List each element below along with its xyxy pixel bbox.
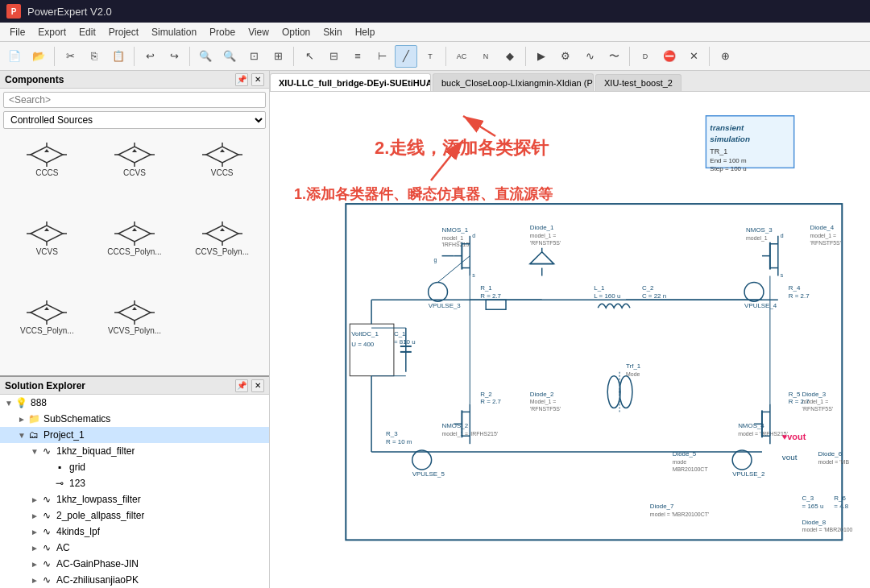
- settings-toolbar-button[interactable]: ⚙: [554, 45, 577, 68]
- svg-text:R = 2.7: R = 2.7: [789, 398, 810, 405]
- menu-item-project[interactable]: Project: [102, 25, 145, 39]
- component-item-ccvs_polyn[interactable]: CCVS_Polyn...: [180, 216, 264, 292]
- run-toolbar-button[interactable]: ▶: [530, 45, 553, 68]
- component-item-cccs[interactable]: CCCS: [5, 137, 89, 213]
- tree-item-project1[interactable]: ▼🗂Project_1: [0, 427, 269, 443]
- tab-tab1[interactable]: XIU-LLC_full_bridge-DEyi-SUEtiHUAN (Proj…: [270, 73, 431, 91]
- waves-toolbar-button[interactable]: ∿: [578, 45, 601, 68]
- tree-item-1khz_biquad[interactable]: ▼∿1khz_biquad_filter: [0, 443, 269, 459]
- tree-item-subschematics[interactable]: ►📁SubSchematics: [0, 411, 269, 427]
- components-title: Components: [5, 74, 64, 85]
- tree-expand-icon[interactable]: ►: [16, 415, 27, 424]
- menu-item-edit[interactable]: Edit: [72, 25, 102, 39]
- tab-tab3[interactable]: XIU-test_boost_2: [595, 74, 682, 91]
- tree-item-icon-root: 💡: [14, 396, 27, 409]
- wire-toolbar-button[interactable]: ⊟: [322, 45, 345, 68]
- menu-item-help[interactable]: Help: [349, 25, 382, 39]
- cut-toolbar-button[interactable]: ✂: [59, 45, 81, 68]
- zoom-out-toolbar-button[interactable]: 🔍: [218, 45, 241, 68]
- layers-toolbar-button[interactable]: ⊕: [714, 45, 736, 68]
- svg-text:model = 'MBR20100CT': model = 'MBR20100CT': [650, 511, 709, 517]
- tree-item-AC_zhiliusanjiaoK[interactable]: ►∿AC-zhiliusanjiaoPK: [0, 572, 269, 588]
- tree-expand-icon[interactable]: ▼: [16, 431, 27, 440]
- tree-expand-icon[interactable]: ►: [29, 560, 40, 569]
- tree-item-label-1khz_biquad: 1khz_biquad_filter: [56, 445, 135, 457]
- draw-toolbar-button[interactable]: ╱: [395, 45, 417, 68]
- tree-expand-icon[interactable]: ▼: [29, 447, 40, 456]
- tree-expand-icon[interactable]: ►: [29, 544, 40, 553]
- se-pin-button[interactable]: 📌: [235, 379, 248, 392]
- se-close-button[interactable]: ✕: [251, 379, 264, 392]
- titlebar: P PowerExpert V2.0: [0, 0, 870, 23]
- components-header-buttons: 📌 ✕: [235, 73, 264, 86]
- zoom-fit-toolbar-button[interactable]: ⊡: [242, 45, 265, 68]
- component-item-ccvs[interactable]: CCVS: [93, 137, 177, 213]
- new-toolbar-button[interactable]: 📄: [3, 45, 26, 68]
- tree-item-1khz_lowpass[interactable]: ►∿1khz_lowpass_filter: [0, 491, 269, 507]
- tree-item-icon-project1: 🗂: [27, 429, 40, 441]
- drc-toolbar-button[interactable]: D: [634, 45, 657, 68]
- error-toolbar-button[interactable]: ⛔: [658, 45, 681, 68]
- tree-expand-icon[interactable]: ►: [29, 495, 40, 504]
- tree-expand-icon[interactable]: ►: [29, 576, 40, 585]
- canvas-area[interactable]: 1.添加各类器件、瞬态仿真器、直流源等 2.走线，添加各类探针: [270, 92, 870, 588]
- tree-item-123[interactable]: ⊸123: [0, 475, 269, 491]
- menu-item-view[interactable]: View: [242, 25, 276, 39]
- probe-n-toolbar-button[interactable]: N: [474, 45, 497, 68]
- text-toolbar-button[interactable]: T: [419, 45, 441, 68]
- paste-toolbar-button[interactable]: 📋: [107, 45, 130, 68]
- open-toolbar-button[interactable]: 📂: [27, 45, 50, 68]
- tree-item-icon-4kinds_lpf: ∿: [40, 525, 53, 538]
- undo-toolbar-button[interactable]: ↩: [139, 45, 161, 68]
- component-item-vccs[interactable]: VCCS: [180, 137, 264, 213]
- tree-item-2pole_allpass[interactable]: ►∿2_pole_allpass_filter: [0, 507, 269, 524]
- component-item-vccs_polyn[interactable]: VCCS_Polyn...: [5, 295, 89, 371]
- probe-ac-toolbar-button[interactable]: AC: [450, 45, 473, 68]
- component-item-cccs_polyn[interactable]: CCCS_Polyn...: [93, 216, 177, 292]
- toolbar-separator-2: [134, 47, 135, 66]
- main-layout: Components 📌 ✕ Controlled SourcesPassive…: [0, 71, 870, 588]
- zoom-area-toolbar-button[interactable]: ⊞: [267, 45, 289, 68]
- tree-item-AC[interactable]: ►∿AC: [0, 540, 269, 556]
- tree-item-root[interactable]: ▼💡888: [0, 395, 269, 411]
- tree-expand-icon[interactable]: ►: [29, 528, 40, 536]
- menu-item-skin[interactable]: Skin: [317, 25, 348, 39]
- pin-toolbar-button[interactable]: ⊢: [371, 45, 393, 68]
- solution-explorer-header: Solution Explorer 📌 ✕: [0, 377, 269, 395]
- bus-toolbar-button[interactable]: ≡: [346, 45, 369, 68]
- menu-item-file[interactable]: File: [3, 25, 31, 39]
- components-pin-button[interactable]: 📌: [235, 73, 248, 86]
- menu-item-probe[interactable]: Probe: [203, 25, 242, 39]
- zoom-in-toolbar-button[interactable]: 🔍: [194, 45, 217, 68]
- component-item-vcvs[interactable]: VCVS: [5, 216, 89, 292]
- svg-text:transient: transient: [710, 123, 744, 132]
- marker-toolbar-button[interactable]: ◆: [499, 45, 521, 68]
- menu-item-export[interactable]: Export: [31, 25, 72, 39]
- components-panel: Components 📌 ✕ Controlled SourcesPassive…: [0, 71, 269, 377]
- solution-explorer: Solution Explorer 📌 ✕ ▼💡888►📁SubSchemati…: [0, 377, 269, 588]
- tree-expand-icon[interactable]: ►: [29, 511, 40, 520]
- tree-item-label-subschematics: SubSchematics: [44, 413, 110, 424]
- tree-expand-icon[interactable]: ▼: [3, 399, 14, 408]
- solution-explorer-header-buttons: 📌 ✕: [235, 379, 264, 392]
- component-item-vcvs_polyn[interactable]: VCVS_Polyn...: [93, 295, 177, 371]
- menu-item-option[interactable]: Option: [276, 25, 317, 39]
- toolbar-separator-3: [189, 47, 190, 66]
- copy-toolbar-button[interactable]: ⎘: [83, 45, 106, 68]
- svg-text:L = 160 u: L = 160 u: [594, 292, 620, 300]
- tab-tab2[interactable]: buck_CloseLoop-LIxiangmin-XIdian (Projec…: [433, 73, 594, 91]
- search-input[interactable]: [3, 92, 266, 108]
- tree-item-AC_GainPhase[interactable]: ►∿AC-GainPhase-JIN: [0, 556, 269, 572]
- components-close-button[interactable]: ✕: [251, 73, 264, 86]
- category-dropdown[interactable]: Controlled SourcesPassiveActiveSourcesPr…: [3, 111, 266, 129]
- select-toolbar-button[interactable]: ↖: [298, 45, 321, 68]
- menu-item-simulation[interactable]: Simulation: [145, 25, 203, 39]
- tree-item-4kinds_lpf[interactable]: ►∿4kinds_lpf: [0, 524, 269, 540]
- bode-toolbar-button[interactable]: 〜: [603, 45, 625, 68]
- tree-item-grid[interactable]: ▪grid: [0, 459, 269, 475]
- stop-toolbar-button[interactable]: ✕: [682, 45, 705, 68]
- component-label-cccs: CCCS: [35, 168, 58, 177]
- tree-item-icon-1khz_lowpass: ∿: [40, 493, 53, 506]
- redo-toolbar-button[interactable]: ↪: [163, 45, 185, 68]
- component-label-ccvs_polyn: CCVS_Polyn...: [195, 247, 249, 256]
